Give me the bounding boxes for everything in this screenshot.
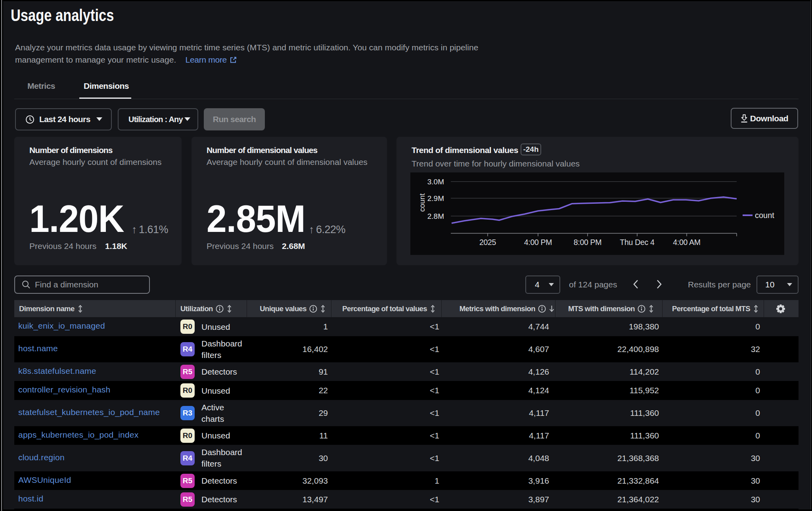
svg-text:count: count — [418, 193, 426, 212]
svg-text:Thu Dec 4: Thu Dec 4 — [620, 238, 655, 247]
svg-text:8:00 PM: 8:00 PM — [574, 238, 602, 247]
svg-text:2.9M: 2.9M — [427, 194, 444, 203]
svg-text:4:00 AM: 4:00 AM — [673, 238, 700, 247]
svg-text:4:00 PM: 4:00 PM — [524, 238, 552, 247]
svg-text:2.8M: 2.8M — [427, 212, 444, 220]
svg-text:2025: 2025 — [479, 238, 496, 247]
svg-text:3.0M: 3.0M — [427, 178, 444, 186]
svg-text:count: count — [755, 211, 774, 220]
